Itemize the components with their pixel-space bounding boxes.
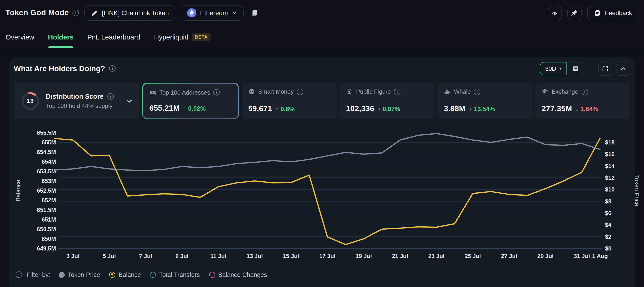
stat-card-top-100-addresses[interactable]: Top 100 Addressesi655.21M↑ 0.02% [143, 83, 238, 118]
stat-card-public-figure[interactable]: Public Figurei102,336↑ 0.07% [340, 83, 434, 119]
copy-icon [251, 9, 258, 17]
tab-label: Hyperliquid [154, 33, 188, 41]
legend-item-label: Token Price [68, 271, 100, 278]
stat-card-value: 102,336 [346, 104, 374, 113]
stat-card-label: Public Figure [356, 88, 391, 95]
legend-marker [150, 272, 156, 277]
stat-card-value: 655.21M [149, 104, 180, 113]
stat-card-label: Whale [454, 88, 471, 95]
tab-overview[interactable]: Overview [6, 26, 34, 48]
tab-holders[interactable]: Holders [48, 26, 74, 48]
pin-icon [570, 9, 578, 17]
beta-badge: BETA [192, 33, 210, 41]
fullscreen-button[interactable] [598, 61, 612, 76]
ethereum-icon [187, 8, 196, 18]
calendar-button[interactable] [567, 62, 584, 75]
panel-header: What Are Holders Doing? i 30D ▾ [14, 61, 630, 76]
stat-card-delta: ↑ 0.07% [378, 106, 400, 113]
pin-button[interactable] [567, 6, 582, 20]
legend-item-label: Balance [118, 271, 141, 278]
tab-bar: OverviewHoldersPnL LeaderboardHyperliqui… [0, 26, 644, 48]
info-icon[interactable]: i [394, 88, 400, 95]
copy-button[interactable] [249, 7, 260, 18]
stat-card-value: 3.88M [444, 104, 466, 113]
stat-card-label: Smart Money [258, 88, 294, 95]
holders-panel: What Are Holders Doing? i 30D ▾ [9, 57, 635, 287]
chevron-down-icon[interactable] [126, 97, 133, 105]
token-name: [LINK] ChainLink Token [102, 9, 169, 17]
exchange-icon [542, 88, 548, 95]
watch-icon [551, 9, 558, 17]
legend-item-label: Total Transfers [159, 271, 200, 278]
whale-icon [444, 88, 451, 95]
feedback-label: Feedback [605, 10, 632, 16]
page-title-text: Token God Mode [6, 8, 69, 18]
info-icon[interactable]: i [474, 88, 480, 95]
calendar-icon [572, 65, 579, 72]
legend-label: Filter by: [26, 271, 50, 278]
stat-card-value: 59,671 [248, 104, 272, 113]
smart-money-icon [248, 88, 255, 95]
legend-item-total-transfers[interactable]: Total Transfers [150, 271, 200, 278]
tab-label: Holders [48, 33, 74, 41]
legend-marker [209, 272, 215, 277]
chevron-down-icon [232, 10, 237, 16]
distribution-score-subtitle: Top 100 hold 44% supply [46, 102, 120, 109]
stat-card-delta: ↑ 13.54% [469, 106, 495, 113]
info-icon[interactable]: i [107, 93, 114, 99]
range-control: 30D ▾ [540, 62, 584, 75]
legend-item-balance-changes[interactable]: Balance Changes [209, 271, 267, 278]
legend-item-token-price[interactable]: Token Price [59, 271, 100, 278]
chat-icon [593, 9, 601, 17]
info-icon: i [16, 271, 22, 278]
range-selector[interactable]: 30D ▾ [540, 62, 567, 75]
stat-card-value: 277.35M [542, 104, 572, 113]
info-icon[interactable]: i [213, 89, 220, 96]
watchlist-button[interactable] [548, 6, 562, 20]
distribution-score-title: Distribution Score [46, 93, 104, 100]
panel-title: What Are Holders Doing? i [14, 64, 116, 73]
stat-card-smart-money[interactable]: Smart Moneyi59,671↑ 0.6% [242, 83, 337, 119]
public-figure-icon [346, 88, 353, 95]
stat-card-delta: ↑ 0.6% [276, 106, 295, 113]
chevron-up-icon [620, 65, 626, 72]
chain-selector[interactable]: Ethereum [181, 5, 243, 21]
distribution-score-gauge: 13 [20, 91, 40, 111]
banknotes-icon [149, 89, 156, 96]
app-header: Token God Mode i [LINK] ChainLink Token … [0, 0, 644, 26]
token-selector[interactable]: [LINK] ChainLink Token [84, 5, 175, 21]
stat-card-label: Top 100 Addresses [160, 89, 210, 96]
chart-legend: i Filter by: Token PriceBalanceTotal Tra… [16, 269, 267, 280]
tab-pnl-leaderboard[interactable]: PnL Leaderboard [88, 26, 140, 48]
page-title: Token God Mode i [6, 8, 79, 18]
stat-card-delta: ↑ 0.02% [183, 105, 206, 112]
stat-card-exchange[interactable]: Exchangei277.35M↓ 1.84% [535, 83, 630, 119]
collapse-button[interactable] [616, 61, 630, 76]
panel-title-text: What Are Holders Doing? [14, 64, 105, 73]
fullscreen-icon [602, 65, 609, 72]
stat-card-whale[interactable]: Whalei3.88M↑ 13.54% [437, 83, 532, 119]
distribution-score-card[interactable]: 13 Distribution Score i Top 100 hold 44%… [14, 83, 140, 119]
legend-item-label: Balance Changes [218, 271, 267, 278]
panel-controls: 30D ▾ [540, 61, 630, 76]
feedback-button[interactable]: Feedback [587, 6, 638, 20]
legend-marker [110, 272, 115, 277]
distribution-score-text: Distribution Score i Top 100 hold 44% su… [46, 93, 120, 109]
caret-down-icon: ▾ [559, 66, 562, 71]
tab-hyperliquid[interactable]: HyperliquidBETA [154, 26, 210, 48]
stat-card-label: Exchange [552, 88, 578, 95]
info-icon[interactable]: i [297, 88, 304, 95]
range-value: 30D [545, 65, 556, 72]
distribution-score-value: 13 [20, 91, 40, 111]
legend-marker [59, 272, 65, 277]
pencil-icon [91, 9, 98, 17]
stats-row: 13 Distribution Score i Top 100 hold 44%… [14, 83, 630, 119]
legend-items: Token PriceBalanceTotal TransfersBalance… [59, 271, 267, 278]
info-icon[interactable]: i [72, 10, 79, 16]
legend-item-balance[interactable]: Balance [110, 271, 141, 278]
selected-card-border: Top 100 Addressesi655.21M↑ 0.02% [142, 83, 239, 119]
info-icon[interactable]: i [582, 88, 588, 95]
tab-label: PnL Leaderboard [88, 33, 140, 41]
info-icon[interactable]: i [109, 65, 116, 72]
stat-card-delta: ↓ 1.84% [576, 106, 598, 113]
